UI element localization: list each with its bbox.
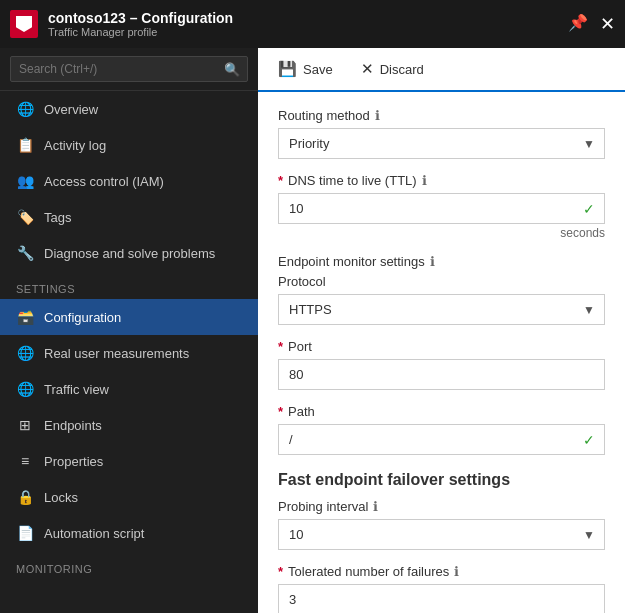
sidebar-item-diagnose[interactable]: 🔧 Diagnose and solve problems (0, 235, 258, 271)
routing-method-select[interactable]: Priority Weighted Performance Geographic… (278, 128, 605, 159)
content-area: 💾 Save ✕ Discard Routing method ℹ Priori… (258, 48, 625, 613)
port-required: * (278, 339, 283, 354)
routing-method-label: Routing method (278, 108, 370, 123)
overview-icon: 🌐 (16, 100, 34, 118)
search-icon: 🔍 (224, 62, 240, 77)
automation-icon: 📄 (16, 524, 34, 542)
activity-log-icon: 📋 (16, 136, 34, 154)
save-button[interactable]: 💾 Save (274, 58, 337, 80)
path-group: * Path ✓ (278, 404, 605, 455)
tags-icon: 🏷️ (16, 208, 34, 226)
app-icon (10, 10, 38, 38)
dns-ttl-unit: seconds (278, 226, 605, 240)
path-required: * (278, 404, 283, 419)
dns-ttl-label: DNS time to live (TTL) (288, 173, 417, 188)
dns-ttl-input[interactable] (278, 193, 605, 224)
protocol-group: Protocol HTTP HTTPS TCP ▼ (278, 274, 605, 325)
probing-interval-label: Probing interval (278, 499, 368, 514)
sidebar: 🔍 🌐 Overview 📋 Activity log 👥 Access con… (0, 48, 258, 613)
properties-icon: ≡ (16, 452, 34, 470)
tolerated-failures-group: * Tolerated number of failures ℹ (278, 564, 605, 613)
sidebar-item-locks[interactable]: 🔒 Locks (0, 479, 258, 515)
probing-interval-info-icon[interactable]: ℹ (373, 499, 378, 514)
settings-section-label: SETTINGS (0, 271, 258, 299)
discard-icon: ✕ (361, 60, 374, 78)
window-title: contoso123 – Configuration (48, 10, 568, 26)
sidebar-nav: 🌐 Overview 📋 Activity log 👥 Access contr… (0, 91, 258, 613)
endpoints-icon: ⊞ (16, 416, 34, 434)
title-bar: contoso123 – Configuration Traffic Manag… (0, 0, 625, 48)
endpoint-monitor-info-icon[interactable]: ℹ (430, 254, 435, 269)
traffic-view-icon: 🌐 (16, 380, 34, 398)
endpoint-monitor-label: Endpoint monitor settings (278, 254, 425, 269)
sidebar-item-overview[interactable]: 🌐 Overview (0, 91, 258, 127)
diagnose-icon: 🔧 (16, 244, 34, 262)
fast-failover-section-title: Fast endpoint failover settings (278, 471, 605, 489)
sidebar-item-properties[interactable]: ≡ Properties (0, 443, 258, 479)
probing-interval-select[interactable]: 10 30 (278, 519, 605, 550)
form-area: Routing method ℹ Priority Weighted Perfo… (258, 92, 625, 613)
rum-icon: 🌐 (16, 344, 34, 362)
dns-ttl-check-icon: ✓ (583, 201, 595, 217)
dns-ttl-group: * DNS time to live (TTL) ℹ ✓ seconds (278, 173, 605, 240)
sidebar-item-activity-log[interactable]: 📋 Activity log (0, 127, 258, 163)
path-input[interactable] (278, 424, 605, 455)
save-icon: 💾 (278, 60, 297, 78)
sidebar-item-endpoints[interactable]: ⊞ Endpoints (0, 407, 258, 443)
tolerated-failures-required: * (278, 564, 283, 579)
protocol-select[interactable]: HTTP HTTPS TCP (278, 294, 605, 325)
sidebar-item-automation-script[interactable]: 📄 Automation script (0, 515, 258, 551)
monitoring-section-label: MONITORING (0, 551, 258, 579)
close-icon[interactable]: ✕ (600, 13, 615, 35)
configuration-icon: 🗃️ (16, 308, 34, 326)
tolerated-failures-info-icon[interactable]: ℹ (454, 564, 459, 579)
tolerated-failures-label: Tolerated number of failures (288, 564, 449, 579)
port-input[interactable] (278, 359, 605, 390)
probing-interval-group: Probing interval ℹ 10 30 ▼ (278, 499, 605, 550)
path-label: Path (288, 404, 315, 419)
discard-button[interactable]: ✕ Discard (357, 58, 428, 80)
port-label: Port (288, 339, 312, 354)
port-group: * Port (278, 339, 605, 390)
dns-ttl-info-icon[interactable]: ℹ (422, 173, 427, 188)
sidebar-item-iam[interactable]: 👥 Access control (IAM) (0, 163, 258, 199)
routing-method-group: Routing method ℹ Priority Weighted Perfo… (278, 108, 605, 159)
iam-icon: 👥 (16, 172, 34, 190)
toolbar: 💾 Save ✕ Discard (258, 48, 625, 92)
path-check-icon: ✓ (583, 432, 595, 448)
sidebar-item-configuration[interactable]: 🗃️ Configuration (0, 299, 258, 335)
pin-icon[interactable]: 📌 (568, 13, 588, 35)
locks-icon: 🔒 (16, 488, 34, 506)
search-container: 🔍 (0, 48, 258, 91)
search-input[interactable] (10, 56, 248, 82)
endpoint-monitor-section: Endpoint monitor settings ℹ Protocol HTT… (278, 254, 605, 455)
window-subtitle: Traffic Manager profile (48, 26, 568, 38)
sidebar-item-tags[interactable]: 🏷️ Tags (0, 199, 258, 235)
sidebar-item-traffic-view[interactable]: 🌐 Traffic view (0, 371, 258, 407)
sidebar-item-real-user-measurements[interactable]: 🌐 Real user measurements (0, 335, 258, 371)
routing-method-info-icon[interactable]: ℹ (375, 108, 380, 123)
tolerated-failures-input[interactable] (278, 584, 605, 613)
dns-ttl-required: * (278, 173, 283, 188)
protocol-label: Protocol (278, 274, 326, 289)
